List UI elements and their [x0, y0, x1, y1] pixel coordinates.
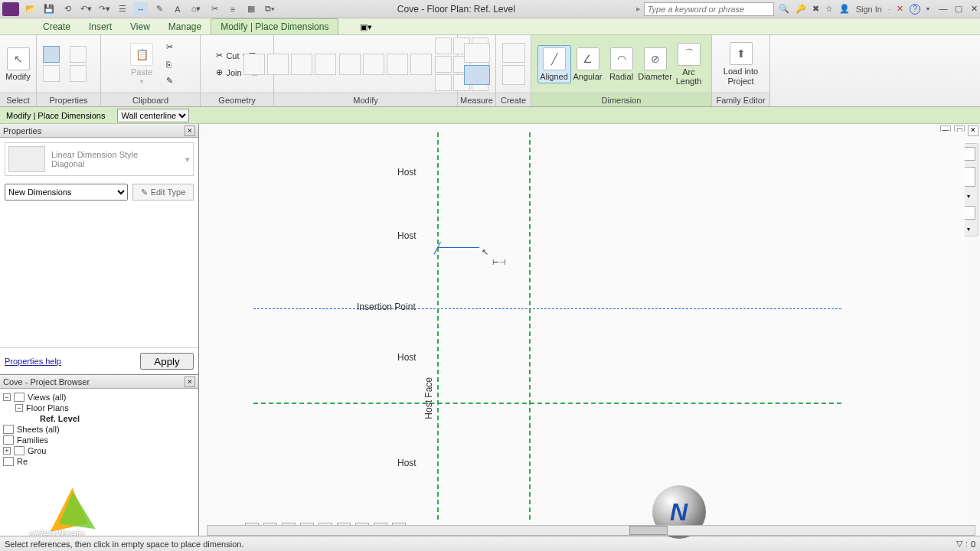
aligned-dimension-button[interactable]: ╱Aligned [537, 45, 571, 83]
properties-close-icon[interactable]: ✕ [185, 126, 195, 136]
dim-icon[interactable]: ↔ [134, 2, 148, 16]
minimize-button[interactable]: — [937, 4, 949, 14]
expand-icon[interactable]: − [15, 404, 23, 412]
match-type-button[interactable]: ✎ [163, 73, 176, 89]
align-button[interactable] [243, 54, 265, 75]
browser-header[interactable]: Cove - Project Browser ✕ [0, 375, 198, 389]
help-icon[interactable]: ? [910, 4, 920, 15]
tag-icon[interactable]: ✎ [152, 2, 166, 16]
scrollbar-thumb[interactable] [629, 526, 668, 535]
rotate-button[interactable] [387, 54, 408, 75]
tree-item-sheets[interactable]: Sheets (all) [17, 425, 60, 434]
measure-between-button[interactable] [464, 65, 490, 85]
mirror-draw-button[interactable] [315, 54, 336, 75]
diameter-dimension-button[interactable]: ⊘Diameter [639, 46, 672, 83]
copy-clipboard-button[interactable]: ⎘ [163, 57, 176, 72]
trim-ext-button[interactable] [435, 74, 452, 91]
title-dropdown-icon[interactable]: ▸ [636, 4, 641, 14]
view-close-icon[interactable]: ✕ [968, 126, 978, 136]
type-selector[interactable]: Linear Dimension Style Diagonal ▾ [5, 142, 194, 176]
switch-win-icon[interactable]: ⧉▾ [263, 2, 276, 16]
tab-view[interactable]: View [121, 19, 159, 34]
reference-line-hostface[interactable] [253, 403, 841, 404]
properties-button[interactable] [43, 46, 60, 63]
measure-icon[interactable]: ☰ [116, 2, 129, 16]
horizontal-scrollbar[interactable] [207, 525, 975, 536]
signin-link[interactable]: Sign In [856, 5, 882, 14]
angular-dimension-button[interactable]: ∠Angular [571, 46, 605, 83]
tab-manage[interactable]: Manage [159, 19, 211, 34]
redo-icon[interactable]: ↷▾ [97, 2, 111, 16]
properties-help-link[interactable]: Properties help [5, 357, 61, 366]
nav-dropdown-icon[interactable]: ▾ [967, 193, 970, 200]
tree-item-groups[interactable]: Grou [28, 446, 46, 455]
type-family-label: Linear Dimension Style [51, 150, 138, 159]
section-icon[interactable]: ✂ [207, 2, 221, 16]
move-button[interactable] [339, 54, 361, 75]
ribbon-expand-icon[interactable]: ▣▾ [354, 20, 378, 34]
tab-insert[interactable]: Insert [80, 19, 121, 34]
favorite-icon[interactable]: ☆ [825, 4, 833, 14]
browser-tree[interactable]: −Views (all) −Floor Plans Ref. Level She… [0, 389, 198, 536]
radial-dimension-button[interactable]: ◠Radial [605, 46, 639, 83]
filter-icon[interactable]: ▽ [956, 539, 962, 549]
panel-dimension: Dimension [531, 93, 711, 106]
type-dropdown-icon[interactable]: ▾ [185, 155, 190, 165]
family-types-button[interactable] [43, 65, 60, 82]
drawing-canvas[interactable]: — ▢ ✕ ▾ ▾ Host Host Insertion Point Host… [199, 124, 980, 536]
expand-icon[interactable]: + [3, 447, 11, 455]
edit-type-button[interactable]: ✎Edit Type [132, 184, 194, 201]
family-category-button[interactable] [70, 65, 87, 82]
text-icon[interactable]: A [171, 2, 185, 16]
exchange-icon[interactable]: ✖ [812, 4, 819, 14]
reference-line-vertical-1[interactable] [437, 132, 439, 520]
open-icon[interactable]: 📂 [24, 2, 38, 16]
user-icon[interactable]: 👤 [839, 4, 850, 14]
undo-icon[interactable]: ↶▾ [79, 2, 93, 16]
browser-close-icon[interactable]: ✕ [185, 377, 195, 387]
subscription-icon[interactable]: 🔑 [795, 4, 806, 14]
instance-filter-select[interactable]: New Dimensions [5, 184, 128, 201]
dimension-tick-icon: ╱ [434, 242, 440, 254]
tree-item-links[interactable]: Re [17, 457, 28, 466]
search-input[interactable] [644, 2, 774, 16]
properties-header[interactable]: Properties ✕ [0, 124, 198, 138]
load-into-project-button[interactable]: ⬆Load into Project [717, 41, 765, 86]
cut-geometry-button-x[interactable]: ✂ [163, 40, 176, 55]
tree-item-floorplans[interactable]: Floor Plans [26, 403, 69, 412]
app-icon[interactable] [2, 2, 19, 16]
close-button[interactable]: ✕ [968, 4, 980, 14]
thin-lines-icon[interactable]: ≡ [226, 2, 240, 16]
modify-button[interactable]: ↖Modify [4, 46, 31, 83]
apply-button[interactable]: Apply [140, 353, 194, 370]
nav-dropdown-icon-2[interactable]: ▾ [967, 226, 970, 233]
sync-icon[interactable]: ⟲ [60, 2, 74, 16]
search-icon[interactable]: 🔍 [779, 4, 789, 14]
close-hidden-icon[interactable]: ▦ [244, 2, 258, 16]
paste-button[interactable]: 📋Paste▾ [125, 41, 158, 86]
tree-item-reflevel[interactable]: Ref. Level [40, 414, 80, 423]
expand-icon[interactable]: − [3, 393, 11, 401]
arc-length-dimension-button[interactable]: ⌒Arc Length [672, 41, 706, 87]
maximize-button[interactable]: ▢ [952, 4, 965, 14]
measure-button[interactable] [464, 43, 490, 63]
reference-line-vertical-2[interactable] [529, 132, 531, 520]
mirror-pick-button[interactable] [291, 54, 312, 75]
pin-button[interactable] [435, 56, 452, 73]
exchange-apps-icon[interactable]: ✕ [897, 4, 903, 14]
reference-line-insertion[interactable] [253, 308, 841, 309]
3d-icon[interactable]: ⌂▾ [189, 2, 203, 16]
trim-button[interactable] [410, 54, 432, 75]
offset-button[interactable] [267, 54, 289, 75]
tab-create[interactable]: Create [34, 19, 80, 34]
save-icon[interactable]: 💾 [42, 2, 56, 16]
tab-modify-place-dimensions[interactable]: Modify | Place Dimensions [211, 18, 338, 34]
create-similar-button[interactable] [502, 65, 525, 85]
copy-button[interactable] [363, 54, 384, 75]
split-button[interactable] [435, 37, 452, 54]
type-properties-button[interactable] [70, 46, 87, 63]
pick-line-select[interactable]: Wall centerline [117, 109, 189, 122]
create-group-button[interactable] [502, 43, 525, 63]
tree-item-families[interactable]: Families [17, 435, 48, 445]
tree-item-views[interactable]: Views (all) [28, 393, 67, 402]
